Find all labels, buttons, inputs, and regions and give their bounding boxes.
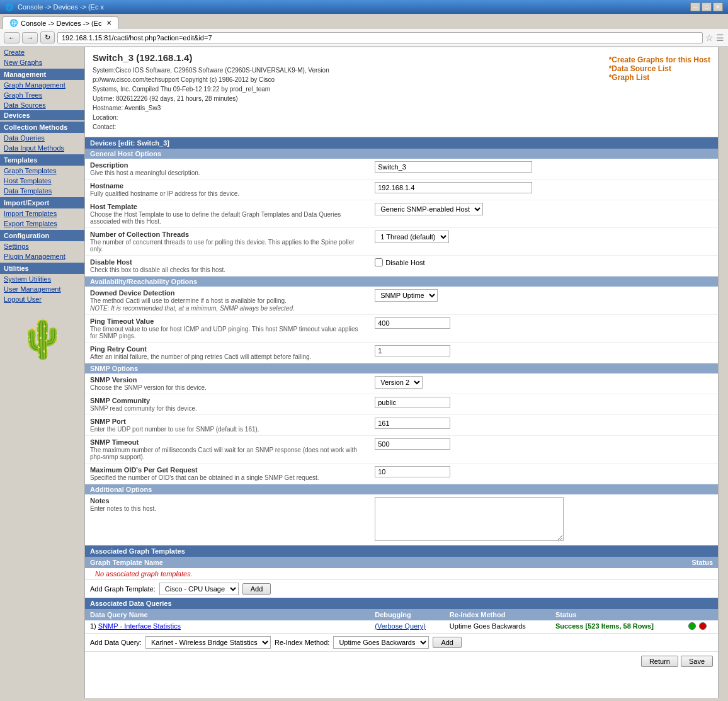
add-graph-template-button[interactable]: Add [242, 583, 271, 595]
sidebar-item-new-graphs[interactable]: New Graphs [0, 57, 84, 67]
snmp-line3: Systems, Inc. Compiled Thu 09-Feb-12 19:… [93, 84, 329, 94]
devices-section-header: Devices [edit: Switch_3] [85, 137, 718, 149]
page-title: Switch_3 (192.168.1.4) [93, 52, 329, 63]
sidebar: Create New Graphs Management Graph Manag… [0, 47, 85, 698]
sidebar-section-configuration: Configuration [0, 230, 84, 241]
notes-textarea[interactable] [375, 497, 564, 541]
max-oid-input[interactable] [375, 466, 450, 477]
dq-debugging-link[interactable]: (Verbose Query) [375, 622, 426, 630]
sidebar-item-export-templates[interactable]: Export Templates [0, 219, 84, 229]
sidebar-item-logout-user[interactable]: Logout User [0, 294, 84, 304]
sidebar-item-data-queries[interactable]: Data Queries [0, 133, 84, 143]
graph-templates-table: Graph Template Name Status No associated… [85, 557, 718, 580]
dq-status-value: Success [523 Items, 58 Rows] [555, 622, 654, 630]
add-data-query-button[interactable]: Add [433, 637, 462, 648]
hostname-row: Hostname Fully qualified hostname or IP … [85, 180, 718, 200]
no-graph-templates-text: No associated graph templates. [90, 567, 198, 580]
sidebar-item-data-sources[interactable]: Data Sources [0, 100, 84, 110]
host-template-label: Host Template [90, 203, 365, 210]
sidebar-item-devices[interactable]: Devices [0, 110, 84, 120]
snmp-timeout-label: SNMP Timeout [90, 438, 365, 446]
sidebar-item-plugin-management[interactable]: Plugin Management [0, 251, 84, 261]
add-data-query-select[interactable]: Karlnet - Wireless Bridge Statistics [145, 636, 271, 649]
refresh-button[interactable]: ↻ [40, 31, 55, 43]
reindex-method-label: Re-Index Method: [275, 639, 329, 646]
tab-close-icon[interactable]: ✕ [106, 20, 111, 26]
snmp-community-input[interactable] [375, 397, 450, 408]
page-header: Switch_3 (192.168.1.4) System:Cisco IOS … [85, 47, 718, 137]
hostname-input[interactable] [375, 182, 532, 193]
sidebar-item-data-input-methods[interactable]: Data Input Methods [0, 143, 84, 153]
disable-host-checkbox[interactable] [375, 258, 383, 266]
sidebar-item-create[interactable]: Create [0, 47, 84, 57]
sidebar-item-user-management[interactable]: User Management [0, 284, 84, 294]
host-template-desc: Choose the Host Template to use to defin… [90, 211, 365, 225]
snmp-timeout-row: SNMP Timeout The maximum number of milli… [85, 436, 718, 464]
collection-threads-row: Number of Collection Threads The number … [85, 228, 718, 256]
snmp-line1: System:Cisco IOS Software, C2960S Softwa… [93, 66, 329, 75]
snmp-line6: Location: [93, 113, 329, 122]
graph-list-link[interactable]: *Graph List [609, 73, 710, 82]
snmp-port-desc: Enter the UDP port number to use for SNM… [90, 426, 365, 433]
host-template-select[interactable]: Generic SNMP-enabled Host [375, 203, 483, 215]
create-graphs-link[interactable]: *Create Graphs for this Host [609, 55, 710, 64]
save-button[interactable]: Save [681, 656, 713, 667]
snmp-line5: Hostname: Aventis_Sw3 [93, 103, 329, 113]
col-dq-debugging: Debugging [370, 609, 445, 620]
refresh-icon[interactable] [688, 622, 696, 630]
graph-templates-section-header: Associated Graph Templates [85, 545, 718, 557]
collection-threads-select[interactable]: 1 Thread (default) [375, 231, 449, 243]
back-button[interactable]: ← [4, 32, 20, 43]
hostname-label: Hostname [90, 182, 365, 190]
max-oid-row: Maximum OID's Per Get Request Specified … [85, 464, 718, 484]
menu-icon[interactable]: ☰ [716, 33, 724, 43]
no-graph-templates-row: No associated graph templates. [85, 568, 718, 580]
add-graph-template-select[interactable]: Cisco - CPU Usage [159, 583, 239, 595]
snmp-port-label: SNMP Port [90, 418, 365, 425]
snmp-version-select[interactable]: Version 2 [375, 376, 423, 389]
ping-timeout-label: Ping Timeout Value [90, 317, 365, 325]
sidebar-item-graph-templates[interactable]: Graph Templates [0, 166, 84, 176]
sidebar-item-host-templates[interactable]: Host Templates [0, 176, 84, 186]
quick-links: *Create Graphs for this Host *Data Sourc… [609, 52, 710, 82]
return-button[interactable]: Return [641, 656, 678, 667]
sidebar-item-import-templates[interactable]: Import Templates [0, 208, 84, 219]
availability-header: Availability/Reachability Options [85, 276, 718, 287]
sidebar-item-settings[interactable]: Settings [0, 241, 84, 251]
maximize-btn[interactable]: □ [702, 3, 712, 11]
scrollbar[interactable] [718, 47, 728, 698]
dq-reindex-value: Uptime Goes Backwards [445, 620, 550, 634]
remove-icon[interactable] [699, 622, 707, 630]
tab-label: Console -> Devices -> (Ec [21, 20, 101, 27]
forward-button[interactable]: → [22, 32, 38, 43]
downed-device-label: Downed Device Detection [90, 289, 365, 297]
data-source-list-link[interactable]: *Data Source List [609, 64, 710, 73]
col-dq-name: Data Query Name [85, 609, 370, 620]
address-bar[interactable] [57, 32, 703, 43]
sidebar-item-system-utilities[interactable]: System Utilities [0, 274, 84, 284]
sidebar-item-graph-trees[interactable]: Graph Trees [0, 90, 84, 100]
minimize-btn[interactable]: ─ [690, 3, 700, 11]
sidebar-item-data-templates[interactable]: Data Templates [0, 186, 84, 196]
snmp-port-input[interactable] [375, 418, 450, 429]
bookmark-icon[interactable]: ☆ [705, 33, 714, 43]
availability-form: Downed Device Detection The method Cacti… [85, 287, 718, 363]
max-oid-desc: Specified the number of OID's that can b… [90, 474, 365, 481]
notes-desc: Enter notes to this host. [90, 505, 365, 512]
description-desc: Give this host a meaningful description. [90, 169, 365, 176]
sidebar-section-collection: Collection Methods [0, 122, 84, 133]
snmp-info: System:Cisco IOS Software, C2960S Softwa… [93, 66, 329, 132]
ping-retry-input[interactable] [375, 345, 450, 356]
close-btn[interactable]: ✕ [713, 3, 723, 11]
description-input[interactable] [375, 161, 532, 173]
dq-name-link[interactable]: SNMP - Interface Statistics [98, 622, 181, 630]
snmp-options-header: SNMP Options [85, 363, 718, 373]
notes-label: Notes [90, 497, 365, 504]
reindex-method-select[interactable]: Uptime Goes Backwards [333, 636, 429, 649]
max-oid-label: Maximum OID's Per Get Request [90, 466, 365, 474]
ping-timeout-input[interactable] [375, 317, 450, 329]
snmp-timeout-input[interactable] [375, 438, 450, 450]
browser-tab[interactable]: 🌐 Console -> Devices -> (Ec ✕ [3, 16, 118, 29]
sidebar-item-graph-management[interactable]: Graph Management [0, 80, 84, 90]
downed-device-select[interactable]: SNMP Uptime [375, 289, 438, 302]
